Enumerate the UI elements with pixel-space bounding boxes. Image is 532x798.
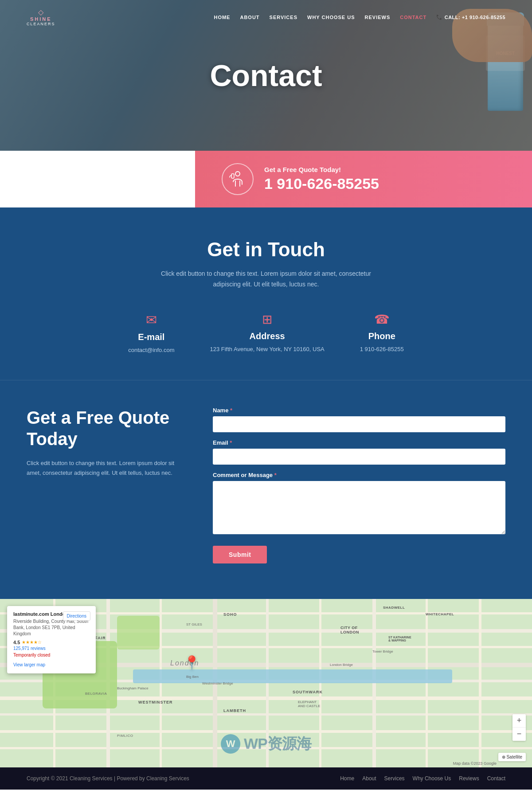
logo-brand: SHINE [30,16,52,22]
quote-left: Get a Free Quote Today Click edit button… [27,407,177,478]
phone-card-icon: ☎ [374,312,390,327]
address-label: Address [250,331,285,341]
map-place-address: Riverside Building, County Hall, South B… [13,618,90,637]
nav-services[interactable]: SERVICES [270,15,297,20]
logo-icon: ◇ [38,8,43,16]
nav-about[interactable]: ABOUT [240,15,259,20]
map-label-westminster: WESTMINSTER [138,700,173,704]
wp-watermark: W WP资源海 [221,734,311,754]
submit-button[interactable]: Submit [213,546,267,563]
footer-link-about[interactable]: About [362,775,376,782]
message-required: * [274,472,277,478]
name-label: Name * [213,407,505,414]
quote-heading-line2: Today [27,429,78,449]
message-input[interactable] [213,481,505,534]
main-header: ◇ SHINE cleaners HOME ABOUT SERVICES WHY… [0,0,532,34]
map-label-westminster-bridge: Westminster Bridge [202,681,233,685]
map-label-buckingham: Buckingham Palace [117,686,149,690]
map-status: Temporarily closed [13,653,90,657]
nav-reviews[interactable]: REVIEWS [365,15,391,20]
banner-phone: 1 910-626-85255 [264,175,379,192]
map-zoom-controls: + − [512,714,526,741]
email-icon: ✉ [146,312,157,328]
map-section: SOHO ST GILES MAYFAIR Hyde Park WESTMINS… [0,599,532,767]
map-label-whitechapel: WHITECHAPEL [426,612,454,616]
contact-cards: ✉ E-mail contact@info.com ⊞ Address 123 … [27,312,505,353]
svg-rect-1 [231,174,234,178]
map-pin: 📍 [184,656,200,669]
logo: ◇ SHINE cleaners [27,8,55,26]
map-directions-btn[interactable]: Directions [63,611,90,621]
contact-card-email: ✉ E-mail contact@info.com [128,312,174,353]
map-rating: 4.5 [13,640,20,645]
map-rating-row: 4.5 ★★★★☆ [13,640,90,645]
map-label-pimlico: PIMLICO [117,734,133,738]
email-label: E-mail [138,332,164,342]
nav-home[interactable]: HOME [214,15,230,20]
map-view-larger[interactable]: View larger map [13,662,45,667]
name-required: * [230,407,232,414]
phone-icon: 📞 [436,14,443,20]
quote-form: Name * Email * Comment or Message * Subm… [213,407,505,563]
nav-why-choose-us[interactable]: WHY CHOOSE US [307,15,355,20]
svg-point-0 [235,172,240,176]
map-label-southwark: SOUTHWARK [293,690,323,694]
get-in-touch-section: Get in Touch Click edit button to change… [0,207,532,380]
nav-call[interactable]: 📞 CALL: +1 910-626-85255 [436,14,505,20]
get-in-touch-desc: Click edit button to change this text. L… [151,269,381,290]
email-input[interactable] [213,449,505,465]
get-in-touch-title: Get in Touch [27,239,505,261]
map-copyright: Map data ©2023 Google [453,761,497,766]
banner-icon [222,163,254,195]
message-label: Comment or Message * [213,472,505,478]
map-label-shadow: SHADWELL [383,606,405,610]
email-value: contact@info.com [128,347,174,353]
banner-text: Get a Free Quote Today! 1 910-626-85255 [264,166,379,192]
quote-heading: Get a Free Quote Today [27,407,177,450]
map-label-belgravia: BELGRAVIA [85,692,107,696]
cleaner-icon [228,169,247,189]
map-type-toggle: ⊕ Satellite [498,753,526,761]
map-label-big-ben: Big Ben [186,675,199,679]
footer-links: Home About Services Why Choose Us Review… [340,775,505,782]
footer-copyright: Copyright © 2021 Cleaning Services | Pow… [27,775,189,782]
hero-section: HONEST ◇ SHINE cleaners HOME ABOUT SERVI… [0,0,532,151]
footer-link-reviews[interactable]: Reviews [459,775,479,782]
contact-card-address: ⊞ Address 123 Fifth Avenue, New York, NY… [210,312,324,353]
map-label-tower-bridge: Tower Bridge [372,649,393,653]
nav-contact[interactable]: CONTACT [400,15,426,20]
map-label-st-katharine: ST KATHARINE& WAPPING [388,636,411,642]
email-form-label: Email * [213,439,505,446]
hero-title: Contact [210,58,322,93]
contact-card-phone: ☎ Phone 1 910-626-85255 [360,312,404,353]
address-value: 123 Fifth Avenue, New York, NY 10160, US… [210,346,324,352]
map-info-card: lastminute.com London Eye Riverside Buil… [7,606,96,673]
banner-label: Get a Free Quote Today! [264,166,379,173]
map-label-london-bridge: London Bridge [330,663,353,667]
logo-sub: cleaners [27,22,55,26]
email-required: * [230,439,232,446]
map-reviews: 125,971 reviews [13,646,90,651]
map-zoom-out[interactable]: − [512,728,526,741]
address-icon: ⊞ [262,312,272,327]
form-group-message: Comment or Message * [213,472,505,536]
map-zoom-in[interactable]: + [512,714,526,728]
nav-call-label: CALL: +1 910-626-85255 [445,15,505,20]
form-group-email: Email * [213,439,505,465]
map-stars: ★★★★☆ [22,640,42,645]
main-nav: HOME ABOUT SERVICES WHY CHOOSE US REVIEW… [214,14,505,20]
map-label-city-of-london: CITY OFLONDON [340,626,359,634]
quote-form-section: Get a Free Quote Today Click edit button… [0,380,532,599]
name-input[interactable] [213,416,505,432]
map-label-soho: SOHO [223,612,237,617]
phone-value: 1 910-626-85255 [360,346,404,352]
form-group-name: Name * [213,407,505,432]
map-label-st-giles: ST GILES [186,622,202,626]
phone-label: Phone [368,331,395,341]
footer-link-home[interactable]: Home [340,775,354,782]
map-label-elephant: ELEPHANTAND CASTLE [298,700,320,708]
footer-link-why-choose-us[interactable]: Why Choose Us [413,775,451,782]
footer: Copyright © 2021 Cleaning Services | Pow… [0,767,532,790]
footer-link-contact[interactable]: Contact [487,775,505,782]
footer-link-services[interactable]: Services [384,775,405,782]
